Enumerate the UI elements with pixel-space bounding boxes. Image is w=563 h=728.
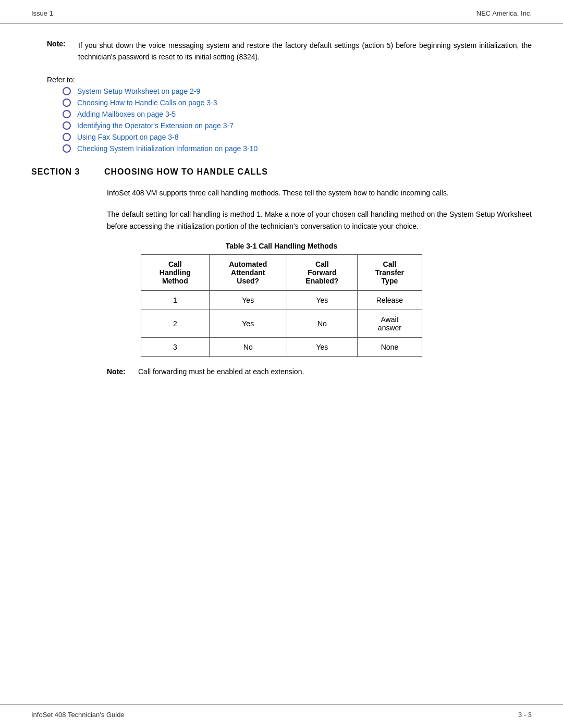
bullet-icon xyxy=(63,121,71,130)
table-note-text: Call forwarding must be enabled at each … xyxy=(138,367,304,376)
table-cell-method-1: 1 xyxy=(141,291,210,310)
table-cell-transfer-1: Release xyxy=(357,291,422,310)
call-handling-table: CallHandlingMethod AutomatedAttendantUse… xyxy=(141,254,422,357)
bullet-icon xyxy=(63,110,71,118)
section-number: Section 3 xyxy=(31,167,89,177)
table-note-label: Note: xyxy=(107,367,138,376)
note-label: Note: xyxy=(47,40,78,63)
footer-guide-title: InfoSet 408 Technician's Guide xyxy=(31,711,125,719)
list-item[interactable]: Checking System Initialization Informati… xyxy=(63,144,532,153)
link-choosing-calls[interactable]: Choosing How to Handle Calls on page 3-3 xyxy=(77,98,217,107)
table-cell-automated-3: No xyxy=(209,338,287,357)
list-item[interactable]: Adding Mailboxes on page 3-5 xyxy=(63,110,532,118)
body-paragraph-2: The default setting for call handling is… xyxy=(31,208,532,232)
link-system-setup[interactable]: System Setup Worksheet on page 2-9 xyxy=(77,87,200,95)
section-title: Choosing How to Handle Calls xyxy=(104,167,268,177)
table-header-automated: AutomatedAttendantUsed? xyxy=(209,255,287,291)
footer-page-number: 3 - 3 xyxy=(518,711,532,719)
link-fax-support[interactable]: Using Fax Support on page 3-8 xyxy=(77,133,179,141)
bullet-icon xyxy=(63,87,71,95)
bullet-icon xyxy=(63,144,71,153)
link-operator-extension[interactable]: Identifying the Operator's Extension on … xyxy=(77,121,234,130)
bullet-icon xyxy=(63,133,71,141)
table-cell-automated-2: Yes xyxy=(209,310,287,338)
note-text: If you shut down the voice messaging sys… xyxy=(78,40,532,63)
table-cell-transfer-3: None xyxy=(357,338,422,357)
refer-to-label: Refer to: xyxy=(31,76,532,84)
table-caption: Table 3-1 Call Handling Methods xyxy=(226,242,337,250)
table-row: 3 No Yes None xyxy=(141,338,422,357)
header-company: NEC America, Inc. xyxy=(476,9,532,17)
section-heading: Section 3 Choosing How to Handle Calls xyxy=(31,167,532,177)
body-paragraph-1: InfoSet 408 VM supports three call handl… xyxy=(31,187,532,199)
table-row: 2 Yes No Awaitanswer xyxy=(141,310,422,338)
table-header-method: CallHandlingMethod xyxy=(141,255,210,291)
note-block: Note: If you shut down the voice messagi… xyxy=(31,40,532,63)
table-cell-method-2: 2 xyxy=(141,310,210,338)
table-note-block: Note: Call forwarding must be enabled at… xyxy=(31,367,532,376)
list-item[interactable]: Using Fax Support on page 3-8 xyxy=(63,133,532,141)
table-cell-method-3: 3 xyxy=(141,338,210,357)
bullet-icon xyxy=(63,98,71,107)
header-issue: Issue 1 xyxy=(31,9,53,17)
table-cell-forward-3: Yes xyxy=(287,338,357,357)
table-container: Table 3-1 Call Handling Methods CallHand… xyxy=(31,242,532,357)
table-header-transfer: CallTransferType xyxy=(357,255,422,291)
link-system-init[interactable]: Checking System Initialization Informati… xyxy=(77,144,258,153)
table-cell-automated-1: Yes xyxy=(209,291,287,310)
table-cell-transfer-2: Awaitanswer xyxy=(357,310,422,338)
link-adding-mailboxes[interactable]: Adding Mailboxes on page 3-5 xyxy=(77,110,176,118)
list-item[interactable]: Identifying the Operator's Extension on … xyxy=(63,121,532,130)
table-header-forward: CallForwardEnabled? xyxy=(287,255,357,291)
table-row: 1 Yes Yes Release xyxy=(141,291,422,310)
link-list: System Setup Worksheet on page 2-9 Choos… xyxy=(31,87,532,153)
list-item[interactable]: System Setup Worksheet on page 2-9 xyxy=(63,87,532,95)
list-item[interactable]: Choosing How to Handle Calls on page 3-3 xyxy=(63,98,532,107)
table-cell-forward-2: No xyxy=(287,310,357,338)
table-cell-forward-1: Yes xyxy=(287,291,357,310)
